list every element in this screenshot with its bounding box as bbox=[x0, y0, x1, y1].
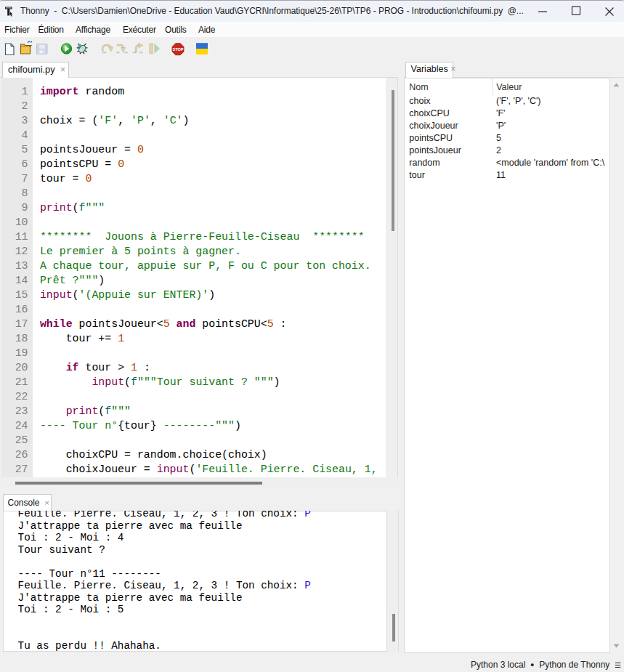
svg-text:STOP: STOP bbox=[172, 47, 183, 52]
